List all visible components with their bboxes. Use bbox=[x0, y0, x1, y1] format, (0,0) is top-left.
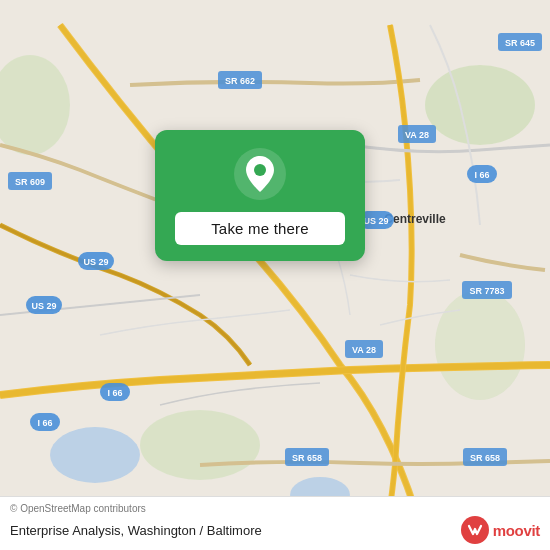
svg-text:US 29: US 29 bbox=[363, 216, 388, 226]
svg-point-3 bbox=[0, 55, 70, 155]
svg-text:VA 28: VA 28 bbox=[405, 130, 429, 140]
svg-point-5 bbox=[435, 290, 525, 400]
svg-text:VA 28: VA 28 bbox=[352, 345, 376, 355]
navigation-card: Take me there bbox=[155, 130, 365, 261]
copyright-text: © OpenStreetMap contributors bbox=[10, 503, 540, 514]
moovit-logo: moovit bbox=[461, 516, 540, 544]
svg-text:I 66: I 66 bbox=[474, 170, 489, 180]
map-roads: SR 645 SR 662 VA 28 I 66 SR 609 Centrevi… bbox=[0, 0, 550, 550]
place-title: Enterprise Analysis, Washington / Baltim… bbox=[10, 523, 262, 538]
svg-point-2 bbox=[425, 65, 535, 145]
map-container: SR 645 SR 662 VA 28 I 66 SR 609 Centrevi… bbox=[0, 0, 550, 550]
bottom-bar: © OpenStreetMap contributors Enterprise … bbox=[0, 496, 550, 550]
svg-text:SR 645: SR 645 bbox=[505, 38, 535, 48]
svg-text:SR 662: SR 662 bbox=[225, 76, 255, 86]
moovit-text: moovit bbox=[493, 522, 540, 539]
svg-text:SR 7783: SR 7783 bbox=[469, 286, 504, 296]
svg-text:US 29: US 29 bbox=[83, 257, 108, 267]
svg-point-4 bbox=[140, 410, 260, 480]
svg-point-36 bbox=[254, 164, 266, 176]
location-pin-icon bbox=[234, 148, 286, 200]
svg-text:I 66: I 66 bbox=[37, 418, 52, 428]
take-me-there-button[interactable]: Take me there bbox=[175, 212, 345, 245]
svg-text:SR 658: SR 658 bbox=[470, 453, 500, 463]
svg-text:US 29: US 29 bbox=[31, 301, 56, 311]
moovit-logo-icon bbox=[461, 516, 489, 544]
svg-text:SR 609: SR 609 bbox=[15, 177, 45, 187]
svg-point-0 bbox=[50, 427, 140, 483]
svg-text:SR 658: SR 658 bbox=[292, 453, 322, 463]
svg-text:I 66: I 66 bbox=[107, 388, 122, 398]
